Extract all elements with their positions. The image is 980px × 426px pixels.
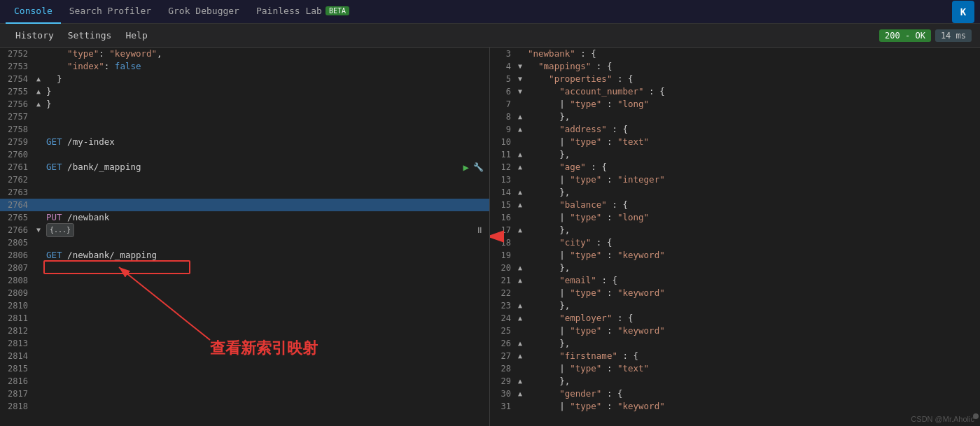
watermark: CSDN @Mr.Aholic [911, 415, 974, 423]
response-line-number: 8 [490, 111, 515, 123]
response-line-gutter: ▲ [515, 111, 525, 123]
response-line-content: | "type" : "text" [525, 362, 980, 375]
response-line-content: "city" : { [525, 236, 980, 249]
response-line-content: "email" : { [525, 274, 980, 287]
wrench-button[interactable]: 🔧 [473, 161, 484, 173]
table-row: 2815 [0, 362, 489, 375]
response-line-gutter: ▼ [515, 85, 525, 98]
line-number: 2817 [0, 388, 34, 400]
response-line-number: 21 [490, 274, 515, 287]
response-line-number: 17 [490, 224, 515, 236]
line-number: 2807 [0, 262, 34, 274]
response-lines: 3 "newbank" : { 4 ▼ "mappings" : { 5 ▼ "… [490, 48, 980, 426]
table-row: 2754 ▲ } [0, 73, 489, 85]
line-content: PUT /newbank [43, 211, 489, 224]
tab-console[interactable]: Console [6, 0, 61, 24]
kibana-logo: K [952, 1, 974, 23]
pause-button[interactable]: ⏸ [475, 224, 484, 236]
line-content: "index": false [43, 60, 489, 73]
response-line-content: "address" : { [525, 123, 980, 136]
line-content: GET /bank/_mapping [43, 161, 463, 173]
line-number: 2763 [0, 186, 34, 199]
table-row: 2755 ▲ } [0, 85, 489, 98]
response-line-content: "mappings" : { [525, 60, 980, 73]
response-pane[interactable]: 3 "newbank" : { 4 ▼ "mappings" : { 5 ▼ "… [490, 48, 980, 426]
line-number: 2818 [0, 400, 34, 413]
response-line-number: 11 [490, 148, 515, 161]
line-number: 2811 [0, 312, 34, 325]
tab-search-profiler[interactable]: Search Profiler [61, 0, 160, 24]
line-number: 2758 [0, 123, 34, 136]
response-line-gutter: ▲ [515, 262, 525, 274]
response-line-number: 6 [490, 85, 515, 98]
list-item: 9 ▲ "address" : { [490, 123, 980, 136]
list-item: 14 ▲ }, [490, 186, 980, 199]
table-row: 2805 [0, 236, 489, 249]
line-number: 2814 [0, 350, 34, 362]
editor-pane[interactable]: 2752 "type": "keyword", 2753 "index": fa… [0, 48, 490, 426]
tab-grok-debugger[interactable]: Grok Debugger [160, 0, 248, 24]
table-row: 2753 "index": false [0, 60, 489, 73]
response-line-content: }, [525, 148, 980, 161]
list-item: 21 ▲ "email" : { [490, 274, 980, 287]
line-actions: ▶ 🔧 [463, 161, 489, 173]
response-line-gutter: ▲ [515, 186, 525, 199]
list-item: 12 ▲ "age" : { [490, 161, 980, 173]
response-line-number: 14 [490, 186, 515, 199]
table-row: 2764 [0, 199, 489, 211]
response-line-number: 16 [490, 211, 515, 224]
beta-badge: BETA [326, 6, 349, 15]
nav-settings[interactable]: Settings [61, 26, 119, 45]
response-line-content: }, [525, 299, 980, 312]
response-line-number: 26 [490, 337, 515, 350]
response-line-content: "newbank" : { [525, 48, 980, 60]
line-number: 2754 [0, 73, 34, 85]
list-item: 28 | "type" : "text" [490, 362, 980, 375]
response-line-gutter: ▲ [515, 224, 525, 236]
response-line-content: "age" : { [525, 161, 980, 173]
play-button[interactable]: ▶ [463, 161, 469, 173]
response-line-number: 29 [490, 375, 515, 388]
response-line-gutter: ▲ [515, 388, 525, 400]
table-row: 2759 GET /my-index [0, 136, 489, 148]
response-line-number: 23 [490, 299, 515, 312]
list-item: 29 ▲ }, [490, 375, 980, 388]
line-number: 2759 [0, 136, 34, 148]
list-item: 6 ▼ "account_number" : { [490, 85, 980, 98]
list-item: 19 | "type" : "keyword" [490, 249, 980, 262]
table-row: 2762 [0, 173, 489, 186]
response-line-gutter: ▲ [515, 148, 525, 161]
line-content: } [43, 85, 489, 98]
response-line-content: | "type" : "keyword" [525, 287, 980, 299]
response-line-gutter: ▲ [515, 299, 525, 312]
line-number: 2813 [0, 337, 34, 350]
response-line-number: 7 [490, 98, 515, 111]
response-line-content: }, [525, 262, 980, 274]
list-item: 18 "city" : { [490, 236, 980, 249]
response-line-number: 15 [490, 199, 515, 211]
table-row: 2756 ▲ } [0, 98, 489, 111]
table-row: 2813 [0, 337, 489, 350]
response-line-gutter: ▼ [515, 73, 525, 85]
table-row: 2765 PUT /newbank [0, 211, 489, 224]
nav-history[interactable]: History [8, 26, 61, 45]
folded-badge[interactable]: {...} [46, 223, 74, 237]
response-line-content: "account_number" : { [525, 85, 980, 98]
line-number: 2816 [0, 375, 34, 388]
line-number: 2757 [0, 111, 34, 123]
response-line-content: "employer" : { [525, 312, 980, 325]
response-line-number: 5 [490, 73, 515, 85]
response-line-content: }, [525, 375, 980, 388]
nav-help[interactable]: Help [118, 26, 154, 45]
response-line-number: 10 [490, 136, 515, 148]
response-line-content: | "type" : "keyword" [525, 249, 980, 262]
tab-painless-lab[interactable]: Painless Lab BETA [248, 0, 358, 24]
top-nav: Console Search Profiler Grok Debugger Pa… [0, 0, 980, 24]
list-item: 23 ▲ }, [490, 299, 980, 312]
table-row: 2757 [0, 111, 489, 123]
line-gutter: ▲ [34, 85, 43, 98]
status-badge: 200 - OK [879, 29, 931, 42]
list-item: 27 ▲ "firstname" : { [490, 350, 980, 362]
list-item: 24 ▲ "employer" : { [490, 312, 980, 325]
line-content: "type": "keyword", [43, 48, 489, 60]
